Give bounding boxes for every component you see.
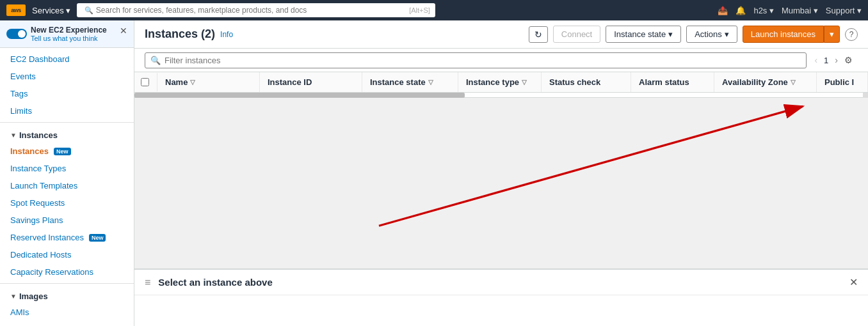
services-chevron: ▾ [66,6,70,15]
th-public-ip[interactable]: Public I [817,72,868,92]
toolbar-right: ↻ Connect Instance state ▾ Actions ▾ [529,26,858,43]
content-header: Instances (2) Info ↻ Connect Instance st… [134,20,868,93]
th-az[interactable]: Availability Zone ▽ [714,72,817,92]
actions-button[interactable]: Actions ▾ [686,26,737,43]
sidebar-divider-1 [0,122,134,123]
horizontal-scroll-bar[interactable] [134,93,868,98]
help-icon[interactable]: ? [845,28,858,41]
main-layout: New EC2 Experience Tell us what you thin… [0,20,868,326]
connect-label: Connect [561,29,592,39]
th-name[interactable]: Name ▽ [157,72,260,92]
new-experience-banner: New EC2 Experience Tell us what you thin… [0,20,134,48]
refresh-button[interactable]: ↻ [529,26,548,43]
drag-handle-icon[interactable]: ≡ [145,277,150,288]
sidebar-item-launch-templates[interactable]: Launch Templates [0,177,134,194]
account-menu[interactable]: h2s ▾ [753,6,774,15]
sidebar-item-dashboard[interactable]: EC2 Dashboard [0,50,134,68]
th-alarm-status[interactable]: Alarm status [631,72,714,92]
svg-line-1 [379,106,803,226]
sidebar-section-images[interactable]: ▼ Images [0,286,134,304]
th-instance-type[interactable]: Instance type ▽ [458,72,542,92]
th-instance-id[interactable]: Instance ID [260,72,362,92]
toolbar: Instances (2) Info ↻ Connect Instance st… [134,20,868,49]
actions-label: Actions [695,29,722,39]
nav-right-items: 📤 🔔 h2s ▾ Mumbai ▾ Support ▾ [718,6,862,15]
launch-instances-dropdown[interactable]: ▾ [824,26,840,43]
sidebar-item-label: Savings Plans [10,215,63,225]
page-title: Instances (2) [145,27,215,41]
th-status-check[interactable]: Status check [542,72,631,92]
search-shortcut: [Alt+S] [409,6,430,14]
close-banner-button[interactable]: ✕ [120,26,127,36]
bell-icon[interactable]: 🔔 [735,6,746,15]
sidebar-section-instances[interactable]: ▼ Instances [0,125,134,143]
instance-state-button[interactable]: Instance state ▾ [606,26,681,43]
upload-icon[interactable]: 📤 [718,6,728,15]
new-exp-label: New EC2 Experience [31,26,107,35]
new-experience-toggle[interactable]: New EC2 Experience Tell us what you thin… [6,26,107,42]
sidebar-item-dedicated-hosts[interactable]: Dedicated Hosts [0,246,134,263]
chevron-down-icon: ▼ [10,132,17,139]
th-instance-state[interactable]: Instance state ▽ [362,72,458,92]
sidebar-item-label: AMIs [10,307,29,317]
next-page-button[interactable]: › [832,54,840,66]
sidebar-item-amis[interactable]: AMIs [0,304,134,321]
sort-icon-4: ▽ [791,79,796,86]
aws-logo-mark: aws [6,4,26,16]
actions-chevron: ▾ [725,29,729,39]
prev-page-button[interactable]: ‹ [812,54,820,66]
th-status-check-label: Status check [549,77,600,87]
sidebar-nav: EC2 Dashboard Events Tags Limits ▼ Insta… [0,48,134,323]
services-label: Services [32,6,64,15]
support-menu[interactable]: Support ▾ [826,6,862,15]
th-instance-type-label: Instance type [466,77,519,87]
sort-icon: ▽ [190,79,195,86]
page-number: 1 [824,56,828,65]
toggle-knob [18,30,26,38]
filter-input[interactable] [165,56,801,65]
connect-button[interactable]: Connect [553,26,600,43]
sidebar-item-limits[interactable]: Limits [0,102,134,120]
region-menu[interactable]: Mumbai ▾ [782,6,818,15]
section-label: Instances [19,130,58,140]
th-instance-state-label: Instance state [370,77,426,87]
info-link[interactable]: Info [220,30,233,39]
sidebar-item-savings-plans[interactable]: Savings Plans [0,212,134,229]
services-menu[interactable]: Services ▾ [32,6,70,15]
bottom-panel-header: ≡ Select an instance above ✕ [134,270,868,295]
aws-logo[interactable]: aws [6,4,26,16]
th-alarm-status-label: Alarm status [639,77,689,87]
table-content [134,98,868,268]
new-exp-link[interactable]: Tell us what you think [31,35,107,42]
sort-icon-2: ▽ [428,79,433,86]
global-search-bar[interactable]: 🔍 [Alt+S] [77,3,435,17]
bottom-panel-close-button[interactable]: ✕ [849,276,858,288]
toggle-switch[interactable] [6,29,27,39]
sidebar-item-label: Instance Types [10,164,66,173]
sidebar-item-events[interactable]: Events [0,68,134,85]
instance-state-label: Instance state [614,29,666,39]
sidebar-item-spot-requests[interactable]: Spot Requests [0,194,134,212]
sidebar-item-label: Capacity Reservations [10,267,93,277]
launch-label: Launch instances [751,29,816,39]
sidebar-item-reserved-instances[interactable]: Reserved Instances New [0,229,134,246]
section-label: Images [19,291,48,301]
top-navigation: aws Services ▾ 🔍 [Alt+S] 📤 🔔 h2s ▾ Mumba… [0,0,868,20]
sidebar-item-instances[interactable]: Instances New [0,143,134,160]
sidebar-item-label: Launch Templates [10,181,77,190]
sidebar-divider-2 [0,283,134,284]
filter-instances-input[interactable]: 🔍 [145,52,807,68]
select-all-checkbox[interactable] [141,78,149,86]
th-instance-id-label: Instance ID [268,77,312,87]
global-search-input[interactable] [96,6,406,15]
sidebar-item-tags[interactable]: Tags [0,85,134,102]
sidebar-item-label: Reserved Instances [10,233,84,242]
horizontal-scroll-thumb[interactable] [134,93,465,98]
sidebar-item-capacity-reservations[interactable]: Capacity Reservations [0,263,134,281]
chevron-down-icon: ▼ [10,293,17,300]
launch-instances-button[interactable]: Launch instances [743,26,824,43]
sidebar-item-instance-types[interactable]: Instance Types [0,160,134,177]
table-settings-icon[interactable]: ⚙ [844,55,853,65]
table-header: Name ▽ Instance ID Instance state ▽ Inst… [134,72,868,93]
content-area: Instances (2) Info ↻ Connect Instance st… [134,20,868,326]
